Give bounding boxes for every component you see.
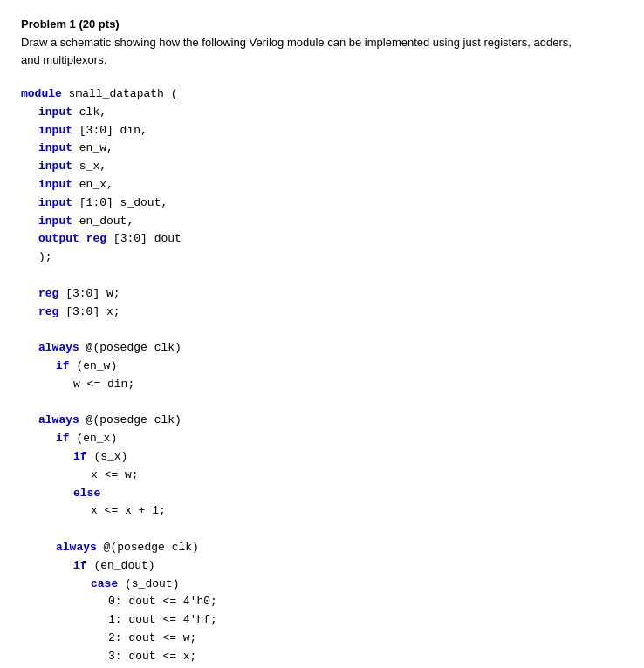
code-line: case (s_dout) — [21, 576, 623, 594]
code-line: if (en_w) — [21, 358, 623, 376]
code-line: x <= x + 1; — [21, 502, 623, 521]
code-line: ); — [21, 249, 623, 267]
code-block: module small_datapath (input clk,input [… — [21, 85, 623, 668]
code-line: input en_x, — [21, 176, 623, 194]
code-line: if (s_x) — [21, 448, 623, 467]
code-line: input [1:0] s_dout, — [21, 194, 623, 213]
code-line: output reg [3:0] dout — [21, 230, 623, 249]
code-line: else — [21, 485, 623, 503]
code-line: module small_datapath ( — [21, 85, 623, 104]
code-line: w <= din; — [21, 376, 623, 394]
code-line: always @(posedge clk) — [21, 539, 623, 557]
code-line: input [3:0] din, — [21, 122, 623, 140]
problem-title: Problem 1 (20 pts) — [21, 17, 623, 31]
code-line: input s_x, — [21, 158, 623, 176]
code-line: if (en_x) — [21, 430, 623, 448]
problem-description: Draw a schematic showing how the followi… — [21, 34, 623, 68]
code-line: input en_w, — [21, 140, 623, 158]
code-line — [21, 267, 623, 285]
code-line: 0: dout <= 4'h0; — [21, 593, 623, 611]
code-line: input clk, — [21, 104, 623, 122]
code-line: x <= w; — [21, 467, 623, 485]
code-line: 2: dout <= w; — [21, 630, 623, 648]
code-line — [21, 321, 623, 339]
code-line: always @(posedge clk) — [21, 339, 623, 358]
code-line: input en_dout, — [21, 213, 623, 231]
code-line: always @(posedge clk) — [21, 412, 623, 430]
code-line: reg [3:0] w; — [21, 285, 623, 303]
code-line — [21, 521, 623, 539]
code-line: 3: dout <= x; — [21, 648, 623, 666]
code-line: if (en_dout) — [21, 557, 623, 576]
code-line: 1: dout <= 4'hf; — [21, 611, 623, 630]
code-line — [21, 394, 623, 412]
code-line: reg [3:0] x; — [21, 303, 623, 322]
